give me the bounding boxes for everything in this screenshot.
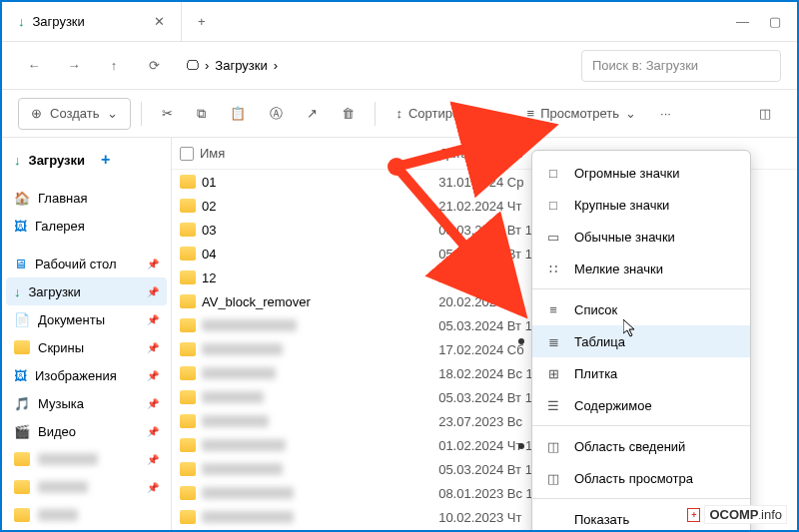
delete-button[interactable]: 🗑: [332, 98, 365, 130]
sidebar-item-gallery[interactable]: 🖼Галерея: [6, 212, 167, 240]
share-button[interactable]: ↗: [297, 98, 328, 130]
plus-icon[interactable]: +: [101, 151, 110, 169]
view-menu-item[interactable]: ≡Список: [532, 293, 750, 325]
view-button[interactable]: ≡ Просмотреть ⌄: [517, 98, 647, 130]
menu-item-label: Содержимое: [574, 398, 652, 413]
menu-item-icon: ≣: [544, 334, 562, 349]
menu-separator: [532, 425, 750, 426]
sidebar-item-screens[interactable]: Скрины📌: [6, 333, 167, 361]
sidebar-item-desktop[interactable]: 🖥Рабочий стол📌: [6, 250, 167, 277]
menu-item-label: Область просмотра: [574, 471, 693, 486]
chevron-right-icon: ›: [205, 58, 209, 73]
more-button[interactable]: ···: [650, 98, 681, 130]
new-tab-button[interactable]: +: [182, 14, 222, 29]
breadcrumb-current[interactable]: Загрузки: [215, 58, 267, 73]
sort-button[interactable]: ↕ Сортировать ⌄: [386, 98, 512, 130]
details-pane-button[interactable]: ◫: [749, 98, 781, 130]
forward-button[interactable]: →: [58, 50, 90, 82]
view-menu-item[interactable]: ▭Обычные значки: [532, 221, 750, 253]
sidebar-item-blurred[interactable]: 📌: [6, 473, 167, 501]
delete-icon: 🗑: [342, 106, 355, 121]
folder-icon: [180, 342, 196, 356]
copy-icon: ⧉: [197, 106, 206, 122]
folder-icon: [14, 452, 30, 466]
documents-icon: 📄: [14, 312, 30, 327]
close-icon[interactable]: ✕: [154, 14, 165, 29]
create-button[interactable]: ⊕ Создать ⌄: [18, 98, 131, 130]
separator: [141, 102, 142, 126]
menu-item-label: Область сведений: [574, 439, 685, 454]
menu-item-label: Крупные значки: [574, 198, 669, 213]
maximize-icon[interactable]: ▢: [769, 14, 781, 29]
minimize-icon[interactable]: —: [736, 14, 749, 29]
sidebar-item-downloads[interactable]: ↓ Загрузки +: [6, 146, 167, 174]
menu-item-icon: □: [544, 166, 562, 181]
view-menu-item[interactable]: ☰Содержимое: [532, 389, 750, 421]
paste-button[interactable]: 📋: [220, 98, 256, 130]
refresh-button[interactable]: ⟳: [138, 50, 170, 82]
view-menu: □Огромные значки□Крупные значки▭Обычные …: [531, 150, 751, 532]
file-name-blurred: [202, 511, 294, 523]
folder-icon: [180, 438, 196, 452]
file-name-blurred: [202, 463, 283, 475]
file-name: 12: [202, 270, 216, 285]
sidebar-item-downloads-pinned[interactable]: ↓Загрузки📌: [6, 277, 167, 305]
sidebar-item-music[interactable]: 🎵Музыка📌: [6, 389, 167, 417]
menu-item-label: Мелкие значки: [574, 262, 663, 276]
cut-button[interactable]: ✂: [152, 98, 183, 130]
bullet-icon: [518, 443, 524, 449]
video-icon: 🎬: [14, 424, 30, 439]
menu-item-label: Обычные значки: [574, 230, 675, 245]
view-menu-item[interactable]: □Крупные значки: [532, 189, 750, 221]
folder-icon: [180, 199, 196, 213]
chevron-down-icon: ⌄: [107, 106, 118, 121]
view-menu-item[interactable]: □Огромные значки: [532, 157, 750, 189]
sidebar-item-blurred[interactable]: [6, 501, 167, 529]
cut-icon: ✂: [162, 106, 173, 121]
tab-downloads[interactable]: ↓ Загрузки ✕: [2, 2, 182, 41]
folder-icon: [180, 318, 196, 332]
rename-button[interactable]: Ⓐ: [260, 98, 293, 130]
download-icon: ↓: [14, 153, 21, 168]
folder-icon: [180, 462, 196, 476]
checkbox[interactable]: [180, 147, 194, 161]
sidebar-item-home[interactable]: 🏠Главная: [6, 184, 167, 212]
monitor-icon: 🖵: [186, 58, 199, 73]
folder-icon: [180, 175, 196, 189]
view-menu-item[interactable]: ◫Область сведений: [532, 430, 750, 462]
sidebar-item-documents[interactable]: 📄Документы📌: [6, 305, 167, 333]
sidebar-item-images[interactable]: 🖼Изображения📌: [6, 361, 167, 389]
menu-item-icon: □: [544, 198, 562, 213]
menu-item-icon: ∷: [544, 262, 562, 276]
search-input[interactable]: Поиск в: Загрузки: [581, 50, 781, 82]
view-menu-item[interactable]: ◫Область просмотра: [532, 462, 750, 494]
sort-icon: ↕: [396, 106, 402, 121]
gallery-icon: 🖼: [14, 219, 27, 234]
up-button[interactable]: ↑: [98, 50, 130, 82]
view-menu-item[interactable]: ⊞Плитка: [532, 357, 750, 389]
file-name: 02: [202, 199, 216, 214]
images-icon: 🖼: [14, 368, 27, 383]
breadcrumb[interactable]: 🖵 › Загрузки ›: [178, 58, 573, 73]
home-icon: 🏠: [14, 191, 30, 206]
window-controls: — ▢: [736, 14, 797, 29]
copy-button[interactable]: ⧉: [187, 98, 216, 130]
pane-icon: ◫: [759, 106, 771, 121]
pin-icon: 📌: [147, 482, 159, 493]
sidebar-item-video[interactable]: 🎬Видео📌: [6, 417, 167, 445]
pin-icon: 📌: [147, 426, 159, 437]
view-menu-item[interactable]: ≣Таблица: [532, 325, 750, 357]
menu-separator: [532, 498, 750, 499]
folder-icon: [180, 270, 196, 284]
plus-circle-icon: ⊕: [31, 106, 42, 121]
sidebar-item-blurred[interactable]: 📌: [6, 445, 167, 473]
folder-icon: [180, 510, 196, 524]
menu-item-label: Огромные значки: [574, 166, 679, 181]
menu-item-icon: ◫: [544, 439, 562, 454]
paste-icon: 📋: [230, 106, 246, 121]
back-button[interactable]: ←: [18, 50, 50, 82]
menu-separator: [532, 288, 750, 289]
bullet-icon: [518, 338, 524, 344]
file-name-blurred: [202, 367, 276, 379]
view-menu-item[interactable]: ∷Мелкие значки: [532, 253, 750, 284]
